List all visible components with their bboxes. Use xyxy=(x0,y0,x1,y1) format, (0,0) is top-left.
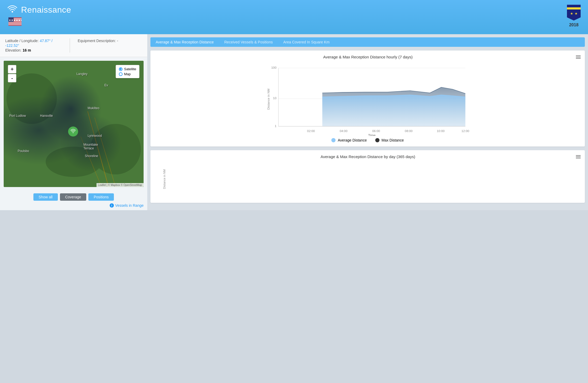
tab-avg-max[interactable]: Average & Max Reception Distance xyxy=(150,37,219,47)
map-radio[interactable] xyxy=(119,72,123,76)
svg-text:★★★★★★★★★★★★★★★★★★★★★★★★★★★★★★: ★★★★★★★★★★★★★★★★★★★★★★★★★★★★★★★★★★★★★★★★… xyxy=(8,19,22,22)
info-bar: Latitude / Longitude: 47.87° / -122.52° … xyxy=(0,34,147,57)
map-container[interactable]: Langley Port Ludlow Hansville Mukilteo L… xyxy=(4,61,144,187)
svg-point-14 xyxy=(8,130,42,168)
legend-avg-dot xyxy=(331,138,336,142)
svg-rect-5 xyxy=(8,22,22,22)
star-icon-1: ★ xyxy=(570,12,573,16)
tabs-bar: Average & Max Reception Distance Receive… xyxy=(150,37,585,47)
elevation-value: 16 m xyxy=(23,48,31,52)
chart-menu-button-1[interactable] xyxy=(576,56,581,59)
info-icon: i xyxy=(110,203,114,208)
map-label-text: Map xyxy=(124,72,131,76)
elevation-label: Elevation: xyxy=(5,48,21,52)
chart-header-1: Average & Max Reception Distance hourly … xyxy=(155,55,581,59)
svg-point-19 xyxy=(73,132,73,133)
chart-menu-button-2[interactable] xyxy=(576,155,581,158)
chart-card-2: Average & Max Reception Distance by day … xyxy=(150,150,585,203)
title-row: Renaissance xyxy=(7,5,71,15)
positions-button[interactable]: Positions xyxy=(88,193,114,201)
wifi-icon xyxy=(7,5,17,15)
map-option[interactable]: Map xyxy=(119,72,136,76)
satellite-option[interactable]: Satellite xyxy=(119,67,136,71)
chart2-placeholder xyxy=(177,162,581,196)
left-panel: Latitude / Longitude: 47.87° / -122.52° … xyxy=(0,34,147,210)
equipment-value: - xyxy=(117,39,118,43)
map-background xyxy=(4,61,144,187)
layer-control: Satellite Map xyxy=(116,65,139,78)
svg-text:06:00: 06:00 xyxy=(372,129,380,133)
rank-badge: ★ ★ 2018 xyxy=(567,5,581,27)
hamburger-line xyxy=(576,157,581,157)
svg-text:12:00: 12:00 xyxy=(462,129,469,133)
legend-max-label: Max Distance xyxy=(382,138,404,142)
zoom-out-button[interactable]: - xyxy=(8,74,16,82)
zoom-controls: + - xyxy=(8,65,16,82)
chart-title-1: Average & Max Reception Distance hourly … xyxy=(160,55,576,59)
svg-text:10:00: 10:00 xyxy=(437,129,445,133)
hamburger-line xyxy=(576,155,581,156)
tab-received[interactable]: Received Vessels & Positions xyxy=(219,37,278,47)
equipment-info: Equipment Description: - xyxy=(78,38,142,43)
station-icon xyxy=(70,129,76,134)
badge-shield: ★ ★ xyxy=(567,5,581,21)
chart-legend-1: Average Distance Max Distance xyxy=(155,138,581,142)
svg-text:04:00: 04:00 xyxy=(340,129,348,133)
svg-point-0 xyxy=(12,11,13,13)
vessels-link-text[interactable]: Vessels in Range xyxy=(115,203,144,208)
map-attribution: Leaflet | © Mapbox © OpenStreetMap xyxy=(97,183,144,187)
chart-title-2: Average & Max Reception Distance by day … xyxy=(160,154,576,159)
chart-header-2: Average & Max Reception Distance by day … xyxy=(155,154,581,159)
hamburger-line xyxy=(576,58,581,59)
legend-avg-label: Average Distance xyxy=(338,138,367,142)
chart2-y-label: Distance in NM xyxy=(163,169,166,189)
header-left: Renaissance ★★★★★★★★★★★★★★★★★★★★★★★★★★★★… xyxy=(7,5,71,26)
show-all-button[interactable]: Show all xyxy=(33,193,58,201)
svg-text:Distance in NM: Distance in NM xyxy=(267,89,270,110)
tab-area[interactable]: Area Covered In Square Km xyxy=(278,37,335,47)
chart-card-1: Average & Max Reception Distance hourly … xyxy=(150,51,585,147)
page-header: Renaissance ★★★★★★★★★★★★★★★★★★★★★★★★★★★★… xyxy=(0,0,588,34)
legend-avg: Average Distance xyxy=(331,138,367,142)
hamburger-line xyxy=(576,57,581,57)
svg-text:100: 100 xyxy=(271,66,276,69)
main-content: Latitude / Longitude: 47.87° / -122.52° … xyxy=(0,34,588,210)
svg-text:Time: Time xyxy=(368,133,376,136)
zoom-in-button[interactable]: + xyxy=(8,65,16,73)
svg-point-15 xyxy=(46,147,102,177)
badge-stars: ★ ★ xyxy=(570,12,578,16)
badge-stripe xyxy=(567,7,581,9)
svg-text:08:00: 08:00 xyxy=(405,129,413,133)
badge-year: 2018 xyxy=(569,23,579,27)
legend-max: Max Distance xyxy=(375,138,404,142)
hamburger-line xyxy=(576,158,581,158)
equipment-label: Equipment Description: xyxy=(78,39,116,43)
chart-area-1: 100 10 1 Distance in NM xyxy=(155,62,581,136)
station-marker xyxy=(68,127,78,137)
right-panel: Average & Max Reception Distance Receive… xyxy=(147,34,588,210)
svg-text:02:00: 02:00 xyxy=(307,129,315,133)
hamburger-line xyxy=(576,56,581,56)
chart-area-2: Distance in NM xyxy=(155,162,581,196)
satellite-label: Satellite xyxy=(124,67,136,71)
star-icon-2: ★ xyxy=(575,12,578,16)
map-actions: Show all Coverage Positions xyxy=(0,191,147,203)
map-svg xyxy=(4,61,144,187)
legend-max-dot xyxy=(375,138,379,142)
coverage-button[interactable]: Coverage xyxy=(60,193,87,201)
lat-lon-label: Latitude / Longitude: xyxy=(5,39,39,43)
chart-svg-1: 100 10 1 Distance in NM xyxy=(155,62,581,136)
location-info: Latitude / Longitude: 47.87° / -122.52° … xyxy=(5,38,70,53)
app-title: Renaissance xyxy=(21,5,71,15)
flag-icon: ★★★★★★★★★★★★★★★★★★★★★★★★★★★★★★★★★★★★★★★★… xyxy=(8,17,22,26)
vessels-link-container[interactable]: i Vessels in Range xyxy=(0,203,147,210)
svg-rect-6 xyxy=(8,23,22,24)
svg-rect-7 xyxy=(8,24,22,25)
svg-text:10: 10 xyxy=(273,96,277,100)
satellite-radio[interactable] xyxy=(119,67,123,71)
svg-text:1: 1 xyxy=(275,124,277,128)
